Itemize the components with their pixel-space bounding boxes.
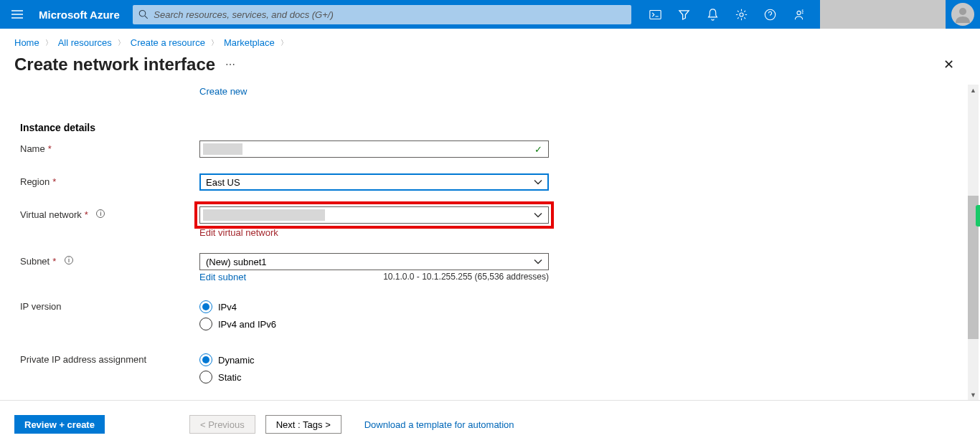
region-dropdown[interactable]: East US: [199, 173, 549, 191]
global-search[interactable]: [133, 5, 631, 24]
region-value: East US: [206, 177, 240, 188]
ip-version-ipv4[interactable]: IPv4: [199, 298, 549, 315]
ip-version-ipv4-ipv6[interactable]: IPv4 and IPv6: [199, 315, 549, 333]
chevron-right-icon: 〉: [281, 38, 288, 48]
title-bar: Create network interface ⋯ ✕: [0, 51, 980, 81]
region-label: Region*: [20, 173, 199, 194]
feedback-icon[interactable]: [785, 0, 814, 29]
check-ok-icon: ✓: [534, 144, 542, 155]
radio-icon: [199, 300, 212, 313]
scroll-up-icon[interactable]: ▲: [968, 85, 979, 95]
name-input[interactable]: ✓: [199, 140, 549, 158]
search-icon: [138, 9, 149, 19]
chevron-down-icon: [534, 257, 542, 267]
page-title: Create network interface: [14, 54, 215, 75]
breadcrumb-marketplace[interactable]: Marketplace: [224, 37, 275, 48]
more-actions-icon[interactable]: ⋯: [225, 59, 235, 70]
brand-label[interactable]: Microsoft Azure: [34, 9, 133, 21]
subnet-range: 10.1.0.0 - 10.1.255.255 (65,536 addresse…: [383, 272, 549, 282]
breadcrumb-all-resources[interactable]: All resources: [58, 37, 112, 48]
header-icons: [641, 0, 814, 29]
radio-icon: [199, 371, 212, 383]
breadcrumb: Home〉 All resources〉 Create a resource〉 …: [0, 29, 980, 51]
download-template-link[interactable]: Download a template for automation: [364, 419, 514, 430]
highlight-box: [194, 201, 554, 229]
review-create-button[interactable]: Review + create: [14, 415, 105, 434]
previous-button: < Previous: [189, 415, 255, 434]
create-new-link[interactable]: Create new: [199, 86, 247, 97]
notifications-icon[interactable]: [699, 0, 727, 29]
account-placeholder[interactable]: [820, 0, 946, 29]
edit-subnet-link[interactable]: Edit subnet: [199, 272, 246, 282]
chevron-right-icon: 〉: [211, 38, 218, 48]
close-blade-icon[interactable]: ✕: [932, 54, 966, 75]
chevron-down-icon: [534, 177, 542, 188]
subnet-value: (New) subnet1: [206, 257, 267, 267]
virtual-network-dropdown[interactable]: [199, 206, 549, 224]
svg-point-4: [797, 11, 801, 14]
user-avatar[interactable]: [951, 3, 974, 26]
top-header: Microsoft Azure: [0, 0, 980, 29]
breadcrumb-create-resource[interactable]: Create a resource: [131, 37, 205, 48]
masked-value: [203, 143, 242, 155]
help-icon[interactable]: [756, 0, 785, 29]
hamburger-menu[interactable]: [0, 0, 34, 29]
form-content: Create new Instance details Name* ✓ Regi…: [0, 85, 980, 400]
masked-value: [203, 209, 325, 221]
private-ip-dynamic[interactable]: Dynamic: [199, 351, 549, 368]
ip-version-label: IP version: [20, 298, 199, 333]
directory-filter-icon[interactable]: [670, 0, 699, 29]
next-tags-button[interactable]: Next : Tags >: [265, 415, 341, 434]
name-label: Name*: [20, 140, 199, 161]
svg-rect-1: [650, 10, 661, 19]
footer-bar: Review + create < Previous Next : Tags >…: [0, 400, 980, 448]
chevron-right-icon: 〉: [45, 38, 52, 48]
svg-point-0: [139, 10, 145, 16]
cloud-shell-icon[interactable]: [641, 0, 670, 29]
private-ip-static[interactable]: Static: [199, 368, 549, 386]
global-search-input[interactable]: [154, 9, 625, 20]
settings-icon[interactable]: [727, 0, 756, 29]
breadcrumb-home[interactable]: Home: [14, 37, 39, 48]
radio-icon: [199, 353, 212, 366]
subnet-dropdown[interactable]: (New) subnet1: [199, 253, 549, 270]
info-icon[interactable]: i: [96, 209, 105, 218]
private-ip-assignment-label: Private IP address assignment: [20, 351, 199, 386]
section-instance-details: Instance details: [20, 122, 960, 133]
chevron-down-icon: [534, 210, 542, 221]
svg-point-2: [740, 12, 743, 16]
info-icon[interactable]: i: [65, 256, 73, 264]
edit-virtual-network-link[interactable]: Edit virtual network: [199, 227, 278, 238]
right-edge-handle[interactable]: [976, 205, 980, 227]
virtual-network-label: Virtual network* i: [20, 206, 199, 239]
scroll-down-icon[interactable]: ▼: [968, 389, 979, 400]
radio-icon: [199, 318, 212, 330]
subnet-label: Subnet* i: [20, 253, 199, 282]
chevron-right-icon: 〉: [118, 38, 125, 48]
svg-point-5: [959, 8, 966, 15]
